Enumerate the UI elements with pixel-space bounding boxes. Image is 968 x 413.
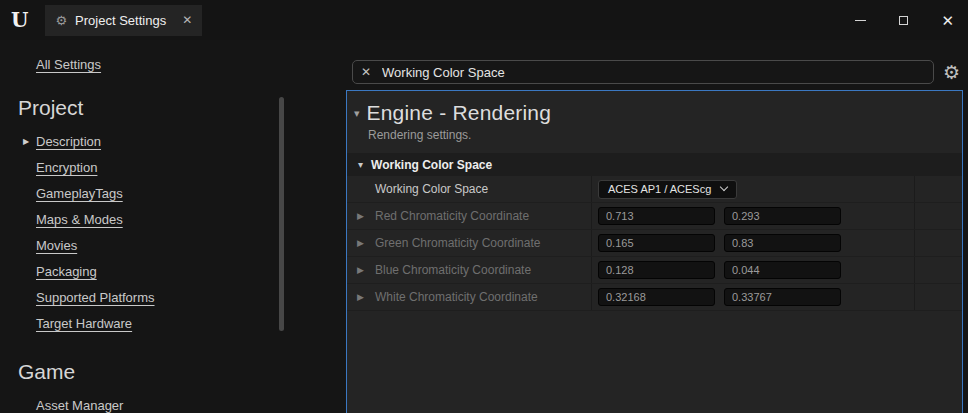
property-value-cell bbox=[591, 284, 914, 310]
gear-icon[interactable]: ⚙ bbox=[943, 61, 960, 84]
chevron-down-icon bbox=[720, 183, 728, 191]
property-value-cell: ACES AP1 / ACEScg bbox=[591, 176, 914, 202]
property-value-cell bbox=[591, 257, 914, 283]
search-box[interactable]: ✕ bbox=[352, 60, 934, 84]
sidebar-item-gameplaytags[interactable]: GameplayTags bbox=[36, 181, 123, 207]
tab-project-settings[interactable]: ⚙ Project Settings ✕ bbox=[45, 5, 202, 36]
sidebar-heading-project: Project bbox=[18, 96, 345, 120]
maximize-button[interactable] bbox=[899, 16, 908, 25]
expand-icon[interactable]: ▶ bbox=[357, 292, 367, 302]
row-working-color-space: Working Color Space ACES AP1 / ACEScg bbox=[347, 176, 962, 203]
property-label: White Chromaticity Coordinate bbox=[375, 290, 538, 304]
property-label-cell: Working Color Space bbox=[347, 176, 591, 202]
green-y-input[interactable] bbox=[724, 234, 841, 252]
reset-column bbox=[914, 284, 962, 310]
search-row: ✕ ⚙ bbox=[352, 60, 960, 84]
panel-title: Engine - Rendering bbox=[367, 101, 552, 125]
category-working-color-space[interactable]: ▾ Working Color Space bbox=[347, 153, 962, 176]
reset-column bbox=[914, 257, 962, 283]
property-label-cell: ▶ Blue Chromaticity Coordinate bbox=[347, 257, 591, 283]
blue-y-input[interactable] bbox=[724, 261, 841, 279]
sidebar-item-movies[interactable]: Movies bbox=[36, 233, 77, 259]
expand-icon[interactable]: ▶ bbox=[357, 265, 367, 275]
expand-icon[interactable]: ▶ bbox=[357, 238, 367, 248]
close-button[interactable]: ✕ bbox=[941, 13, 954, 28]
sidebar-item-description[interactable]: ▶ Description bbox=[36, 129, 101, 155]
reset-column bbox=[914, 203, 962, 229]
minimize-button[interactable] bbox=[855, 20, 866, 21]
sidebar-heading-game: Game bbox=[18, 360, 345, 384]
sidebar-item-encryption[interactable]: Encryption bbox=[36, 155, 97, 181]
dropdown-value: ACES AP1 / ACEScg bbox=[608, 183, 711, 195]
property-label-cell: ▶ Green Chromaticity Coordinate bbox=[347, 230, 591, 256]
expand-icon[interactable]: ▶ bbox=[357, 211, 367, 221]
property-label-cell: ▶ Red Chromaticity Coordinate bbox=[347, 203, 591, 229]
tab-close-icon[interactable]: ✕ bbox=[182, 13, 192, 27]
settings-icon: ⚙ bbox=[55, 13, 67, 28]
titlebar: U ⚙ Project Settings ✕ ✕ bbox=[0, 0, 968, 40]
search-clear-icon[interactable]: ✕ bbox=[361, 65, 371, 79]
panel-subtitle: Rendering settings. bbox=[368, 128, 962, 142]
row-red-chromaticity: ▶ Red Chromaticity Coordinate bbox=[347, 203, 962, 230]
sidebar-item-supported-platforms[interactable]: Supported Platforms bbox=[36, 285, 155, 311]
sidebar-scrollbar[interactable] bbox=[279, 97, 284, 331]
working-color-space-dropdown[interactable]: ACES AP1 / ACEScg bbox=[598, 180, 737, 199]
reset-column bbox=[914, 230, 962, 256]
sidebar-item-asset-manager[interactable]: Asset Manager bbox=[36, 393, 123, 413]
collapse-icon[interactable]: ▾ bbox=[358, 159, 363, 170]
collapse-icon[interactable]: ▾ bbox=[354, 107, 360, 120]
tab-label: Project Settings bbox=[75, 13, 166, 28]
property-label: Red Chromaticity Coordinate bbox=[375, 209, 529, 223]
property-label: Blue Chromaticity Coordinate bbox=[375, 263, 531, 277]
property-label-cell: ▶ White Chromaticity Coordinate bbox=[347, 284, 591, 310]
sidebar-item-maps-modes[interactable]: Maps & Modes bbox=[36, 207, 123, 233]
reset-column bbox=[914, 176, 962, 202]
white-y-input[interactable] bbox=[724, 288, 841, 306]
panel-header: ▾ Engine - Rendering bbox=[347, 91, 962, 125]
sidebar-item-packaging[interactable]: Packaging bbox=[36, 259, 97, 285]
property-label: Green Chromaticity Coordinate bbox=[375, 236, 540, 250]
settings-main-panel: ✕ ⚙ ▾ Engine - Rendering Rendering setti… bbox=[345, 40, 968, 413]
property-label: Working Color Space bbox=[375, 182, 488, 196]
blue-x-input[interactable] bbox=[598, 261, 715, 279]
unreal-logo-icon: U bbox=[11, 8, 28, 32]
window-controls: ✕ bbox=[855, 0, 954, 40]
category-label: Working Color Space bbox=[371, 158, 492, 172]
green-x-input[interactable] bbox=[598, 234, 715, 252]
red-x-input[interactable] bbox=[598, 207, 715, 225]
row-white-chromaticity: ▶ White Chromaticity Coordinate bbox=[347, 284, 962, 311]
row-green-chromaticity: ▶ Green Chromaticity Coordinate bbox=[347, 230, 962, 257]
engine-rendering-panel: ▾ Engine - Rendering Rendering settings.… bbox=[346, 90, 963, 413]
white-x-input[interactable] bbox=[598, 288, 715, 306]
sidebar-item-target-hardware[interactable]: Target Hardware bbox=[36, 311, 132, 337]
sidebar-item-all-settings[interactable]: All Settings bbox=[36, 57, 101, 72]
sidebar-item-label: Description bbox=[36, 134, 101, 149]
expand-icon: ▶ bbox=[23, 129, 29, 155]
property-value-cell bbox=[591, 203, 914, 229]
settings-sidebar: All Settings Project ▶ Description Encry… bbox=[0, 40, 345, 413]
property-value-cell bbox=[591, 230, 914, 256]
search-input[interactable] bbox=[382, 65, 925, 80]
red-y-input[interactable] bbox=[724, 207, 841, 225]
row-blue-chromaticity: ▶ Blue Chromaticity Coordinate bbox=[347, 257, 962, 284]
